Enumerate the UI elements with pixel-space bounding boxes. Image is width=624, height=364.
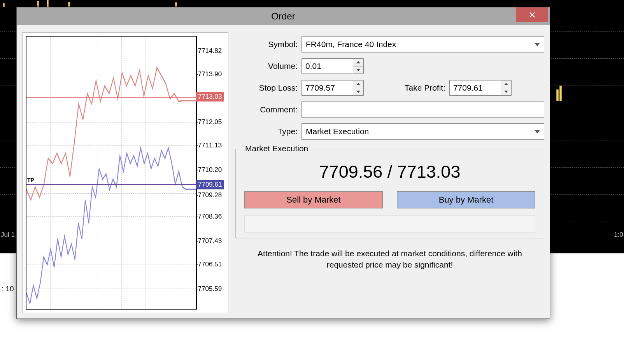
symbol-label: Symbol: [235,40,301,49]
stoploss-label: Stop Loss: [235,83,301,93]
sl-up-button[interactable] [353,80,363,88]
price-display: 7709.56 / 7713.03 [244,162,535,182]
tick-chart-panel: TP -7714.82 -7713.90 7713.03 -7712.05 -7… [22,32,228,313]
ask-line [26,97,196,98]
dialog-titlebar[interactable]: Order [17,7,550,25]
chevron-down-icon [535,130,540,133]
comment-input[interactable] [301,102,544,118]
bid-line [26,186,196,186]
sl-down-button[interactable] [353,88,363,96]
sltp-label: TP [27,177,34,183]
type-select[interactable]: Market Execution [301,123,544,140]
status-bar [244,215,535,233]
tick-lines [26,37,196,309]
order-dialog: Order [16,7,550,319]
chart-y-axis: -7714.82 -7713.90 7713.03 -7712.05 -7711… [197,36,225,310]
volume-label: Volume: [235,61,301,71]
attention-text: Attention! The trade will be executed at… [235,248,544,271]
sl-tp-line [26,184,196,185]
takeprofit-label: Take Profit: [364,83,449,93]
ask-price-tag: 7713.03 [196,92,224,102]
symbol-select[interactable]: FR40m, France 40 Index [301,36,544,52]
market-execution-panel: Market Execution 7709.56 / 7713.03 Sell … [235,149,544,238]
takeprofit-input[interactable] [449,80,512,96]
bid-price-tag: 7709.61 [196,180,224,189]
comment-label: Comment: [235,105,301,114]
order-form: Symbol: FR40m, France 40 Index Volume: [235,32,544,313]
tp-down-button[interactable] [501,88,511,96]
sell-button[interactable]: Sell by Market [244,191,383,208]
volume-up-button[interactable] [353,59,363,66]
tick-chart[interactable]: TP [26,36,197,310]
volume-down-button[interactable] [353,66,363,74]
close-button[interactable] [516,7,548,22]
volume-input[interactable] [301,58,364,74]
dialog-title: Order [17,11,550,22]
close-icon [529,12,535,18]
buy-button[interactable]: Buy by Market [397,191,535,208]
type-label: Type: [235,127,301,136]
chevron-down-icon [535,43,540,46]
tp-up-button[interactable] [501,80,511,88]
market-execution-legend: Market Execution [242,144,311,153]
stoploss-input[interactable] [301,80,364,96]
